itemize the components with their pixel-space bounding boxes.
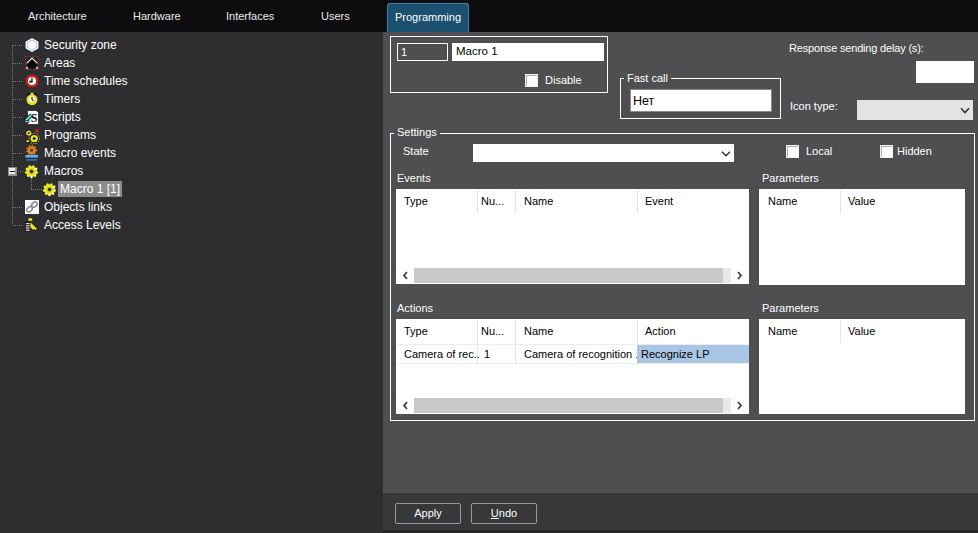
svg-text:S: S bbox=[31, 111, 38, 125]
